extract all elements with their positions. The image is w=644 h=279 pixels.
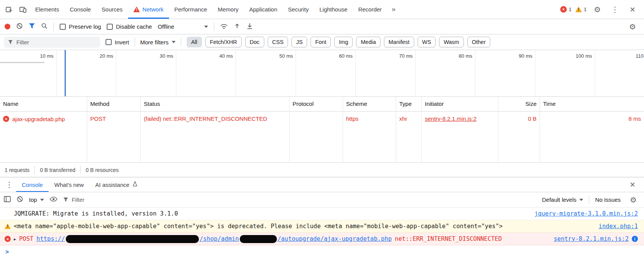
filter-chip-font[interactable]: Font bbox=[311, 37, 331, 47]
filter-chip-img[interactable]: Img bbox=[334, 37, 353, 47]
column-header-scheme[interactable]: Scheme bbox=[343, 97, 396, 111]
more-filters-button[interactable]: More filters bbox=[140, 39, 176, 45]
column-header-initiator[interactable]: Initiator bbox=[422, 97, 498, 111]
initiator-link[interactable]: sentry-8.2.1.min.js:2 bbox=[425, 115, 476, 122]
source-link[interactable]: sentry-8.2.1.min.js:2 bbox=[554, 235, 629, 242]
preserve-log-toggle[interactable]: Preserve log bbox=[60, 23, 101, 30]
preserve-log-checkbox[interactable] bbox=[60, 24, 66, 30]
filter-chip-manifest[interactable]: Manifest bbox=[384, 37, 414, 47]
network-settings-gear-icon[interactable]: ⚙ bbox=[626, 20, 639, 34]
eye-icon[interactable] bbox=[50, 196, 57, 203]
timeline-tick: 110 ms bbox=[595, 50, 644, 96]
error-icon: × bbox=[5, 236, 11, 242]
warning-icon: ! bbox=[5, 224, 11, 229]
tab-elements[interactable]: Elements bbox=[30, 0, 65, 19]
warning-badge[interactable]: ! 1 bbox=[575, 6, 587, 12]
console-error-message[interactable]: × ▶ POST https:///shop/admin/autoupgrade… bbox=[0, 233, 644, 245]
tab-performance[interactable]: Performance bbox=[169, 0, 213, 19]
divider bbox=[80, 166, 81, 174]
filter-chip-js[interactable]: JS bbox=[291, 37, 307, 47]
tab-security[interactable]: Security bbox=[283, 0, 314, 19]
console-warning-message[interactable]: ! <meta name="apple-mobile-web-app-capab… bbox=[0, 220, 644, 233]
console-filter-input[interactable] bbox=[72, 196, 438, 203]
network-overview-timeline[interactable]: 10 ms 20 ms 30 ms 40 ms 50 ms 60 ms 70 m… bbox=[0, 50, 644, 97]
tab-memory[interactable]: Memory bbox=[213, 0, 244, 19]
kebab-menu-icon[interactable]: ⋮ bbox=[608, 3, 622, 16]
tab-recorder[interactable]: Recorder bbox=[353, 0, 387, 19]
divider bbox=[54, 23, 54, 31]
more-tabs-icon[interactable]: » bbox=[387, 5, 400, 13]
timeline-tick: 70 ms bbox=[356, 50, 416, 96]
throttling-select[interactable]: Offline bbox=[158, 23, 208, 30]
selected-time-marker[interactable] bbox=[65, 50, 66, 96]
chevron-down-icon bbox=[40, 199, 44, 201]
table-row[interactable]: × ajax-upgradetab.php POST (failed) net:… bbox=[0, 112, 644, 126]
filter-chip-other[interactable]: Other bbox=[467, 37, 490, 47]
settings-gear-icon[interactable]: ⚙ bbox=[590, 3, 604, 16]
source-link[interactable]: jquery-migrate-3.1.0.min.js:2 bbox=[534, 210, 638, 217]
record-icon[interactable] bbox=[5, 24, 10, 29]
column-header-type[interactable]: Type bbox=[396, 97, 422, 111]
search-icon[interactable] bbox=[41, 23, 48, 31]
invert-toggle[interactable]: Invert bbox=[106, 39, 129, 45]
info-icon[interactable]: i bbox=[632, 236, 638, 242]
error-badge[interactable]: × 1 bbox=[560, 6, 572, 13]
network-filter-bar: Invert More filters All Fetch/XHR Doc CS… bbox=[0, 34, 644, 50]
inspect-icon[interactable] bbox=[2, 3, 16, 16]
import-har-icon[interactable] bbox=[234, 23, 241, 31]
console-error-method: POST bbox=[19, 235, 33, 242]
column-header-size[interactable]: Size bbox=[498, 97, 540, 111]
column-header-status[interactable]: Status bbox=[141, 97, 289, 111]
ai-assistance-icon bbox=[132, 181, 138, 188]
network-filter-input[interactable] bbox=[16, 39, 96, 45]
column-header-name[interactable]: Name bbox=[0, 97, 87, 111]
drawer-tab-whats-new[interactable]: What's new bbox=[49, 177, 89, 192]
tab-application[interactable]: Application bbox=[244, 0, 283, 19]
column-header-time[interactable]: Time bbox=[540, 97, 644, 111]
filter-chip-all[interactable]: All bbox=[187, 37, 202, 47]
source-link[interactable]: index.php:1 bbox=[598, 223, 638, 230]
expand-icon[interactable]: ▶ bbox=[14, 237, 16, 241]
clear-icon[interactable] bbox=[16, 23, 23, 31]
tab-console[interactable]: Console bbox=[65, 0, 96, 19]
default-levels-select[interactable]: Default levels bbox=[542, 196, 583, 203]
error-badge-icon: × bbox=[560, 6, 567, 13]
drawer-close-icon[interactable]: × bbox=[626, 178, 639, 191]
filter-chip-doc[interactable]: Doc bbox=[245, 37, 264, 47]
filter-chip-ws[interactable]: WS bbox=[418, 37, 436, 47]
filter-chip-css[interactable]: CSS bbox=[268, 37, 288, 47]
tab-network[interactable]: ! Network bbox=[128, 0, 169, 19]
column-header-protocol[interactable]: Protocol bbox=[289, 97, 343, 111]
disable-cache-toggle[interactable]: Disable cache bbox=[107, 23, 152, 30]
chevron-down-icon bbox=[204, 26, 208, 28]
tab-sources[interactable]: Sources bbox=[96, 0, 128, 19]
no-issues-button[interactable]: No Issues bbox=[595, 196, 621, 203]
console-settings-gear-icon[interactable]: ⚙ bbox=[626, 193, 640, 207]
console-error-url[interactable]: https:///shop/admin/autoupgrade/ajax-upg… bbox=[36, 235, 392, 243]
request-name-cell: × ajax-upgradetab.php bbox=[0, 112, 87, 126]
console-filter-field[interactable] bbox=[63, 196, 438, 203]
clear-console-icon[interactable] bbox=[16, 196, 23, 204]
drawer-tab-ai-assistance[interactable]: AI assistance bbox=[89, 177, 143, 192]
request-error-icon: × bbox=[3, 116, 9, 122]
network-filter-field[interactable] bbox=[4, 37, 100, 48]
context-selector[interactable]: top bbox=[29, 196, 44, 203]
filter-icon[interactable] bbox=[29, 23, 35, 30]
device-toolbar-icon[interactable] bbox=[16, 3, 30, 16]
console-sidebar-icon[interactable] bbox=[4, 196, 11, 203]
export-har-icon[interactable] bbox=[246, 23, 253, 31]
network-conditions-icon[interactable] bbox=[220, 23, 228, 31]
drawer-tab-console[interactable]: Console bbox=[16, 177, 49, 192]
filter-chip-media[interactable]: Media bbox=[356, 37, 381, 47]
disable-cache-checkbox[interactable] bbox=[107, 24, 113, 30]
console-log-message[interactable]: JQMIGRATE: Migrate is installed, version… bbox=[0, 208, 644, 220]
tab-lighthouse[interactable]: Lighthouse bbox=[314, 0, 353, 19]
filter-chip-fetch-xhr[interactable]: Fetch/XHR bbox=[205, 37, 242, 47]
drawer-kebab-icon[interactable]: ⋮ bbox=[2, 178, 16, 191]
console-prompt[interactable]: > bbox=[0, 245, 644, 258]
invert-checkbox[interactable] bbox=[106, 39, 112, 45]
column-header-method[interactable]: Method bbox=[87, 97, 141, 111]
close-icon[interactable]: × bbox=[626, 3, 639, 16]
divider bbox=[181, 38, 181, 46]
filter-chip-wasm[interactable]: Wasm bbox=[439, 37, 464, 47]
